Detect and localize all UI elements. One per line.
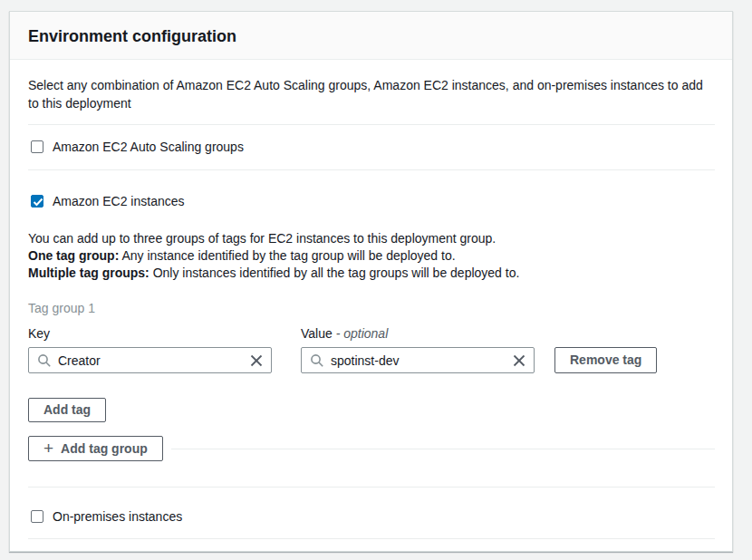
remove-tag-button[interactable]: Remove tag xyxy=(554,347,657,373)
key-clear-button[interactable] xyxy=(249,353,264,368)
page: { "panel": { "title": "Environment confi… xyxy=(0,0,752,560)
tag-group-title: Tag group 1 xyxy=(28,301,715,315)
panel-body: Select any combination of Amazon EC2 Aut… xyxy=(10,60,732,539)
on-premises-checkbox[interactable] xyxy=(31,510,43,523)
add-tag-group-button[interactable]: + Add tag group xyxy=(28,436,163,461)
panel-title: Environment configuration xyxy=(28,25,714,47)
optional-hint: - optional xyxy=(336,326,389,341)
tag-help-line-1: You can add up to three groups of tags f… xyxy=(28,230,715,247)
key-input[interactable] xyxy=(29,348,271,372)
tag-fields-row: Remove tag xyxy=(28,347,715,373)
value-clear-button[interactable] xyxy=(512,353,526,368)
ec2-instances-checkbox[interactable] xyxy=(31,195,43,208)
divider xyxy=(171,449,715,449)
value-input[interactable] xyxy=(302,348,534,372)
tag-help-line-3: Multiple tag groups: Only instances iden… xyxy=(28,265,715,282)
search-icon xyxy=(310,353,324,368)
panel-header: Environment configuration xyxy=(10,12,732,60)
value-field-label: Value - optional xyxy=(301,326,388,341)
close-icon xyxy=(249,353,264,368)
search-icon xyxy=(37,353,52,368)
add-tag-group-label: Add tag group xyxy=(61,437,148,461)
on-premises-label: On-premises instances xyxy=(53,509,182,524)
checkbox-row-ec2-instances[interactable]: Amazon EC2 instances xyxy=(28,170,715,208)
environment-configuration-panel: Environment configuration Select any com… xyxy=(9,11,733,552)
add-tag-button[interactable]: Add tag xyxy=(28,398,106,422)
key-field-label: Key xyxy=(28,326,301,341)
panel-description: Select any combination of Amazon EC2 Aut… xyxy=(28,76,715,112)
close-icon xyxy=(512,353,526,368)
plus-icon: + xyxy=(43,439,53,457)
tag-help-line-2: One tag group: Any instance identified b… xyxy=(28,247,715,265)
auto-scaling-groups-checkbox[interactable] xyxy=(31,140,43,153)
checkbox-row-on-premises[interactable]: On-premises instances xyxy=(28,488,715,538)
value-input-container xyxy=(301,347,535,373)
field-labels-row: Key Value - optional xyxy=(28,326,715,341)
divider xyxy=(28,538,715,539)
key-input-container xyxy=(28,347,272,373)
checkmark-icon xyxy=(33,198,43,207)
checkbox-row-auto-scaling-groups[interactable]: Amazon EC2 Auto Scaling groups xyxy=(28,125,715,169)
add-tag-group-row: + Add tag group xyxy=(28,436,715,461)
ec2-instances-label: Amazon EC2 instances xyxy=(53,194,185,208)
auto-scaling-groups-label: Amazon EC2 Auto Scaling groups xyxy=(53,140,244,154)
tag-help-text: You can add up to three groups of tags f… xyxy=(28,230,715,282)
